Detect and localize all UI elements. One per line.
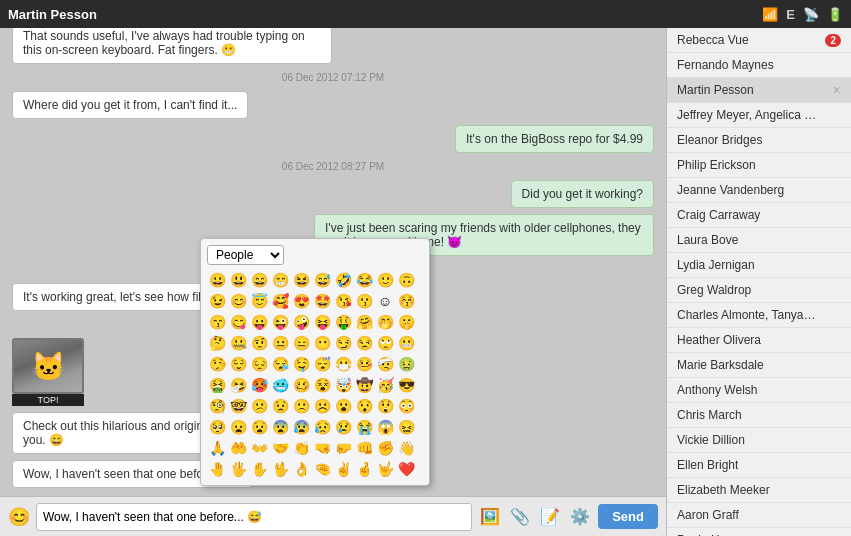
sidebar-contact-item[interactable]: Rebecca Vue2 xyxy=(667,28,851,53)
sidebar-contact-item[interactable]: Heather Olivera xyxy=(667,328,851,353)
emoji-cell[interactable]: 🤤 xyxy=(291,354,311,374)
emoji-cell[interactable]: 🤥 xyxy=(207,354,227,374)
sidebar-contact-item[interactable]: Anthony Welsh xyxy=(667,378,851,403)
emoji-cell[interactable]: 😭 xyxy=(354,417,374,437)
emoji-cell[interactable]: 🤗 xyxy=(354,312,374,332)
emoji-cell[interactable]: 😚 xyxy=(396,291,416,311)
emoji-cell[interactable]: 😱 xyxy=(375,417,395,437)
emoji-cell[interactable]: 😃 xyxy=(228,270,248,290)
sidebar-contact-item[interactable]: Craig Carraway xyxy=(667,203,851,228)
emoji-cell[interactable]: 😥 xyxy=(312,417,332,437)
emoji-cell[interactable]: 🤜 xyxy=(312,438,332,458)
emoji-cell[interactable]: 😝 xyxy=(312,312,332,332)
emoji-cell[interactable]: 🥳 xyxy=(375,375,395,395)
settings-button[interactable]: ⚙️ xyxy=(568,505,592,529)
emoji-cell[interactable]: 🤮 xyxy=(207,375,227,395)
sidebar-contact-item[interactable]: Ellen Bright xyxy=(667,453,851,478)
emoji-cell[interactable]: 🤭 xyxy=(375,312,395,332)
emoji-cell[interactable]: 😬 xyxy=(396,333,416,353)
emoji-cell[interactable]: 😷 xyxy=(333,354,353,374)
emoji-cell[interactable]: 🤠 xyxy=(354,375,374,395)
emoji-cell[interactable]: 🤚 xyxy=(207,459,227,479)
emoji-cell[interactable]: ☹️ xyxy=(312,396,332,416)
emoji-cell[interactable]: 😇 xyxy=(249,291,269,311)
sidebar-contact-item[interactable]: Jeanne Vandenberg xyxy=(667,178,851,203)
emoji-cell[interactable]: 😍 xyxy=(291,291,311,311)
emoji-cell[interactable]: ✊ xyxy=(375,438,395,458)
emoji-cell[interactable]: 😅 xyxy=(312,270,332,290)
emoji-cell[interactable]: 😔 xyxy=(249,354,269,374)
close-conversation-button[interactable]: ✕ xyxy=(832,84,841,97)
attach-image-button[interactable]: 🖼️ xyxy=(478,505,502,529)
emoji-cell[interactable]: 😨 xyxy=(270,417,290,437)
emoji-cell[interactable]: 🤑 xyxy=(333,312,353,332)
emoji-cell[interactable]: 🤯 xyxy=(333,375,353,395)
emoji-cell[interactable]: 👋 xyxy=(396,438,416,458)
emoji-cell[interactable]: 😄 xyxy=(249,270,269,290)
emoji-cell[interactable]: 🥺 xyxy=(207,417,227,437)
emoji-cell[interactable]: 😧 xyxy=(249,417,269,437)
emoji-cell[interactable]: 🖐 xyxy=(228,459,248,479)
emoji-cell[interactable]: 😋 xyxy=(228,312,248,332)
emoji-cell[interactable]: 👊 xyxy=(354,438,374,458)
sidebar-contact-item[interactable]: Vickie Dillion xyxy=(667,428,851,453)
sidebar-contact-item[interactable]: Laura Bove xyxy=(667,228,851,253)
send-button[interactable]: Send xyxy=(598,504,658,529)
emoji-cell[interactable]: 🙃 xyxy=(396,270,416,290)
emoji-cell[interactable]: 🤪 xyxy=(291,312,311,332)
emoji-cell[interactable]: 😲 xyxy=(375,396,395,416)
emoji-cell[interactable]: 🖖 xyxy=(270,459,290,479)
message-input[interactable] xyxy=(36,503,472,531)
emoji-cell[interactable]: 😎 xyxy=(396,375,416,395)
sidebar-contact-item[interactable]: Greg Waldrop xyxy=(667,278,851,303)
emoji-cell[interactable]: 😛 xyxy=(249,312,269,332)
sidebar-contact-item[interactable]: Philip Erickson xyxy=(667,153,851,178)
sidebar-contact-item[interactable]: Lydia Jernigan xyxy=(667,253,851,278)
emoji-cell[interactable]: 😪 xyxy=(270,354,290,374)
emoji-cell[interactable]: 🤨 xyxy=(249,333,269,353)
emoji-cell[interactable]: 🥶 xyxy=(270,375,290,395)
emoji-cell[interactable]: 🙁 xyxy=(291,396,311,416)
emoji-cell[interactable]: 🤩 xyxy=(312,291,332,311)
emoji-category-select[interactable]: PeopleNatureFoodActivityTravelObjectsSym… xyxy=(207,245,284,265)
emoji-cell[interactable]: 😦 xyxy=(228,417,248,437)
emoji-cell[interactable]: ✌️ xyxy=(333,459,353,479)
emoji-cell[interactable]: 🙄 xyxy=(375,333,395,353)
emoji-cell[interactable]: 🤲 xyxy=(228,438,248,458)
sidebar-contact-item[interactable]: Aaron Graff xyxy=(667,503,851,528)
emoji-cell[interactable]: 😳 xyxy=(396,396,416,416)
sidebar-contact-item[interactable]: Eleanor Bridges xyxy=(667,128,851,153)
emoji-cell[interactable]: 😖 xyxy=(396,417,416,437)
sidebar-contact-item[interactable]: Elizabeth Meeker xyxy=(667,478,851,503)
emoji-cell[interactable]: 🤏 xyxy=(312,459,332,479)
emoji-cell[interactable]: 🤧 xyxy=(228,375,248,395)
emoji-cell[interactable]: 🤞 xyxy=(354,459,374,479)
emoji-cell[interactable]: 😏 xyxy=(333,333,353,353)
sidebar-contact-item[interactable]: Charles Almonte, Tanya Bostick xyxy=(667,303,851,328)
emoji-cell[interactable]: 😵 xyxy=(312,375,332,395)
sidebar-contact-item[interactable]: Marie Barksdale xyxy=(667,353,851,378)
sidebar-contact-item[interactable]: Jeffrey Meyer, Angelica Blakley xyxy=(667,103,851,128)
emoji-cell[interactable]: 🥵 xyxy=(249,375,269,395)
emoji-cell[interactable]: 😊 xyxy=(228,291,248,311)
emoji-cell[interactable]: 🧐 xyxy=(207,396,227,416)
emoji-cell[interactable]: 😜 xyxy=(270,312,290,332)
emoji-cell[interactable]: 🤛 xyxy=(333,438,353,458)
emoji-cell[interactable]: 😮 xyxy=(333,396,353,416)
emoji-cell[interactable]: 🤔 xyxy=(207,333,227,353)
emoji-cell[interactable]: 🤣 xyxy=(333,270,353,290)
emoji-cell[interactable]: 😂 xyxy=(354,270,374,290)
emoji-cell[interactable]: 😒 xyxy=(354,333,374,353)
emoji-cell[interactable]: 😟 xyxy=(270,396,290,416)
emoji-cell[interactable]: 😴 xyxy=(312,354,332,374)
emoji-cell[interactable]: 🤓 xyxy=(228,396,248,416)
emoji-cell[interactable]: 👐 xyxy=(249,438,269,458)
emoji-cell[interactable]: 😆 xyxy=(291,270,311,290)
emoji-cell[interactable]: 🤒 xyxy=(354,354,374,374)
emoji-cell[interactable]: 😯 xyxy=(354,396,374,416)
emoji-cell[interactable]: 🤢 xyxy=(396,354,416,374)
emoji-cell[interactable]: 😙 xyxy=(207,312,227,332)
emoji-cell[interactable]: 🤝 xyxy=(270,438,290,458)
emoji-cell[interactable]: 😘 xyxy=(333,291,353,311)
emoji-cell[interactable]: 😌 xyxy=(228,354,248,374)
